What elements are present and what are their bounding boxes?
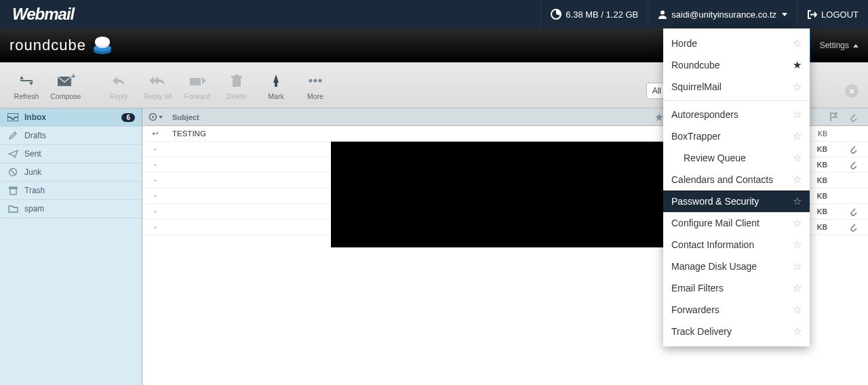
delete-button: Delete bbox=[217, 70, 256, 100]
dropdown-item[interactable]: Horde☆ bbox=[663, 33, 810, 54]
compose-button[interactable]: + Compose bbox=[46, 70, 85, 100]
dropdown-item[interactable]: Calendars and Contacts☆ bbox=[663, 169, 810, 190]
dropdown-label: Forwarders bbox=[671, 304, 793, 315]
dropdown-item[interactable]: Roundcube★ bbox=[663, 54, 810, 76]
dropdown-label: Configure Mail Client bbox=[671, 218, 793, 228]
favorite-star-icon[interactable]: ☆ bbox=[793, 108, 802, 121]
favorite-star-icon[interactable]: ☆ bbox=[793, 217, 802, 229]
logout-button[interactable]: LOGOUT bbox=[797, 0, 868, 28]
pencil-icon bbox=[7, 131, 19, 140]
user-icon bbox=[658, 9, 667, 19]
dropdown-label: Email Filters bbox=[671, 283, 793, 293]
star-icon bbox=[655, 113, 663, 121]
more-icon bbox=[308, 78, 323, 83]
pie-icon bbox=[551, 9, 561, 20]
column-attachment[interactable] bbox=[849, 113, 868, 122]
refresh-button[interactable]: Refresh bbox=[7, 70, 46, 100]
folder-label: Junk bbox=[24, 167, 135, 177]
replied-icon: ↩ bbox=[152, 129, 159, 138]
reply-label: Reply bbox=[110, 92, 128, 100]
row-attach bbox=[849, 160, 868, 169]
column-flag[interactable] bbox=[830, 113, 849, 121]
dropdown-item[interactable]: Manage Disk Usage☆ bbox=[663, 256, 810, 277]
folder-sent[interactable]: Sent bbox=[0, 145, 142, 163]
folder-label: Trash bbox=[24, 186, 135, 195]
dropdown-item[interactable]: Contact Information☆ bbox=[663, 234, 810, 256]
bullet-icon: • bbox=[154, 192, 157, 200]
favorite-star-icon[interactable]: ☆ bbox=[793, 195, 802, 207]
favorite-star-icon[interactable]: ☆ bbox=[793, 81, 802, 93]
roundcube-logo-icon bbox=[90, 33, 115, 58]
logout-label: LOGOUT bbox=[821, 9, 859, 20]
column-subject[interactable]: Subject bbox=[168, 113, 655, 121]
paperclip-icon bbox=[849, 113, 857, 122]
more-button[interactable]: More bbox=[296, 70, 335, 100]
reply-button: Reply bbox=[99, 70, 138, 100]
svg-point-16 bbox=[319, 79, 322, 82]
favorite-star-icon[interactable]: ★ bbox=[793, 59, 802, 71]
dropdown-item[interactable]: BoxTrapper☆ bbox=[663, 125, 810, 147]
favorite-star-icon[interactable]: ☆ bbox=[793, 282, 802, 294]
favorite-star-icon[interactable]: ☆ bbox=[793, 174, 802, 186]
more-label: More bbox=[307, 92, 323, 100]
favorite-star-icon[interactable]: ☆ bbox=[793, 130, 802, 142]
settings-link[interactable]: Settings bbox=[810, 28, 868, 62]
dropdown-item[interactable]: Configure Mail Client☆ bbox=[663, 212, 810, 234]
webmail-logo: Webmail bbox=[0, 5, 74, 24]
dropdown-item[interactable]: Review Queue☆ bbox=[663, 147, 810, 169]
user-email: saidi@unityinsurance.co.tz bbox=[671, 9, 776, 20]
favorite-star-icon[interactable]: ☆ bbox=[793, 37, 802, 49]
svg-point-15 bbox=[314, 79, 317, 82]
dropdown-item[interactable]: Track Delivery☆ bbox=[663, 321, 810, 342]
favorite-star-icon[interactable]: ☆ bbox=[793, 304, 802, 316]
folder-inbox[interactable]: Inbox 6 bbox=[0, 108, 142, 127]
refresh-label: Refresh bbox=[14, 92, 39, 100]
roundcube-brand: roundcube bbox=[9, 33, 115, 58]
svg-rect-11 bbox=[231, 76, 242, 78]
delete-label: Delete bbox=[226, 92, 247, 100]
row-subject: TESTING bbox=[168, 129, 655, 138]
flag-icon bbox=[830, 113, 837, 121]
forward-button: Forward bbox=[178, 70, 217, 100]
folder-trash[interactable]: Trash bbox=[0, 182, 142, 200]
favorite-star-icon[interactable]: ☆ bbox=[793, 239, 802, 251]
folder-label: Drafts bbox=[24, 131, 135, 140]
svg-rect-12 bbox=[235, 75, 239, 76]
quota-indicator[interactable]: 6.38 MB / 1.22 GB bbox=[540, 0, 648, 28]
svg-point-21 bbox=[152, 116, 154, 118]
logout-icon bbox=[807, 9, 817, 20]
settings-label: Settings bbox=[820, 41, 849, 50]
reply-all-button: Reply all bbox=[138, 70, 178, 100]
compose-icon: + bbox=[56, 74, 75, 87]
sent-icon bbox=[7, 149, 19, 159]
mark-icon bbox=[269, 73, 283, 88]
refresh-icon bbox=[18, 74, 35, 87]
dropdown-item[interactable]: Email Filters☆ bbox=[663, 277, 810, 299]
reply-all-label: Reply all bbox=[144, 92, 172, 100]
dropdown-label: BoxTrapper bbox=[671, 131, 793, 142]
dropdown-item[interactable]: SquirrelMail☆ bbox=[663, 76, 810, 98]
folder-label: spam bbox=[24, 204, 135, 214]
search-clear-button[interactable]: × bbox=[845, 84, 859, 98]
user-menu-trigger[interactable]: saidi@unityinsurance.co.tz bbox=[648, 0, 797, 28]
mark-label: Mark bbox=[268, 92, 283, 100]
dropdown-label: Track Delivery bbox=[671, 326, 793, 337]
dropdown-label: Horde bbox=[671, 38, 793, 49]
folder-junk[interactable]: Junk bbox=[0, 163, 142, 182]
folder-spam[interactable]: spam bbox=[0, 200, 142, 218]
bullet-icon: • bbox=[154, 223, 157, 231]
mark-button[interactable]: Mark bbox=[256, 70, 296, 100]
dropdown-item[interactable]: Autoresponders☆ bbox=[663, 104, 810, 125]
dropdown-item[interactable]: Forwarders☆ bbox=[663, 299, 810, 321]
close-icon: × bbox=[849, 86, 854, 96]
svg-rect-19 bbox=[9, 187, 17, 188]
triangle-up-icon bbox=[853, 44, 859, 47]
list-options-button[interactable] bbox=[142, 113, 168, 121]
folder-drafts[interactable]: Drafts bbox=[0, 127, 142, 145]
svg-text:+: + bbox=[71, 74, 75, 80]
dropdown-item[interactable]: Password & Security☆ bbox=[663, 190, 810, 212]
favorite-star-icon[interactable]: ☆ bbox=[793, 152, 802, 164]
favorite-star-icon[interactable]: ☆ bbox=[793, 325, 802, 338]
favorite-star-icon[interactable]: ☆ bbox=[793, 260, 802, 272]
trash-folder-icon bbox=[7, 186, 19, 195]
